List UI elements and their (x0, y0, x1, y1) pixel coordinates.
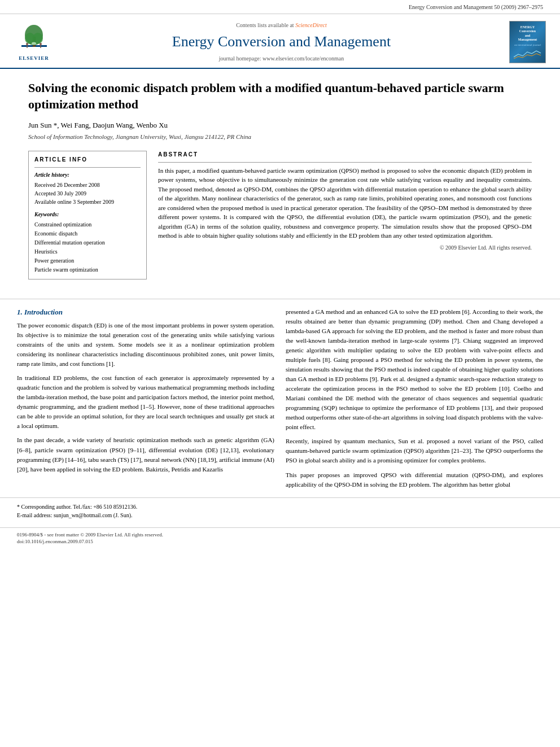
top-bar: Energy Conversion and Management 50 (200… (0, 0, 560, 14)
footnote-corresponding: * Corresponding author. Tel./fax: +86 51… (17, 503, 543, 511)
keyword-4: Heuristics (34, 247, 141, 256)
journal-cover-image: ENERGYConversionandManagement an interna… (506, 21, 549, 63)
article-affiliation: School of Information Technology, Jiangn… (28, 133, 532, 141)
body-left-col: 1. Introduction The power economic dispa… (17, 307, 274, 494)
intro-para-2: In traditional ED problems, the cost fun… (17, 373, 274, 431)
right-intro-para-3: This paper proposes an improved QPSO wit… (286, 470, 543, 490)
sciencedirect-link[interactable]: ScienceDirect (295, 22, 327, 28)
footnote-email: E-mail address: sunjun_wn@hotmail.com (J… (17, 511, 543, 519)
elsevier-logo: ELSEVIER (11, 23, 56, 62)
page: Energy Conversion and Management 50 (200… (0, 0, 560, 747)
abstract-col: ABSTRACT In this paper, a modified quant… (158, 151, 532, 279)
elsevier-brand-text: ELSEVIER (19, 55, 49, 62)
article-history-label: Article history: (34, 171, 141, 179)
elsevier-tree-icon (19, 23, 50, 54)
sciencedirect-line: Contents lists available at ScienceDirec… (56, 21, 506, 29)
body-section: 1. Introduction The power economic dispa… (0, 307, 560, 494)
keyword-3: Differential mutation operation (34, 238, 141, 247)
intro-section-title: 1. Introduction (17, 307, 274, 317)
journal-reference: Energy Conversion and Management 50 (200… (409, 4, 543, 10)
article-authors: Jun Sun *, Wei Fang, Daojun Wang, Wenbo … (28, 120, 532, 130)
cover-chart-icon (514, 49, 542, 59)
svg-point-5 (26, 43, 28, 45)
bottom-bar: 0196-8904/$ - see front matter © 2009 El… (0, 527, 560, 549)
cover-subtitle: an international journal (514, 43, 541, 47)
journal-title-block: Contents lists available at ScienceDirec… (56, 21, 506, 62)
right-intro-para-2: Recently, inspired by quantum mechanics,… (286, 436, 543, 465)
journal-main-title: Energy Conversion and Management (56, 32, 506, 52)
journal-header: ELSEVIER Contents lists available at Sci… (0, 14, 560, 69)
article-info-col: ARTICLE INFO Article history: Received 2… (28, 151, 147, 279)
svg-point-9 (32, 42, 36, 45)
intro-para-3: In the past decade, a wide variety of he… (17, 435, 274, 474)
article-received: Received 26 December 2008 (34, 181, 141, 189)
article-title: Solving the economic dispatch problem wi… (28, 80, 532, 112)
keywords-label: Keywords: (34, 211, 141, 219)
body-right-col: presented a GA method and an enhanced GA… (286, 307, 543, 494)
keyword-1: Constrained optimization (34, 220, 141, 229)
doi-line: doi:10.1016/j.enconman.2009.07.015 (17, 538, 543, 545)
article-section: Solving the economic dispatch problem wi… (0, 69, 560, 291)
article-available: Available online 3 September 2009 (34, 198, 141, 206)
keyword-6: Particle swarm optimization (34, 265, 141, 274)
issn-line: 0196-8904/$ - see front matter © 2009 El… (17, 531, 543, 539)
abstract-heading: ABSTRACT (158, 151, 532, 159)
abstract-text: In this paper, a modified quantum-behave… (158, 166, 532, 241)
article-info-box: ARTICLE INFO Article history: Received 2… (28, 151, 147, 279)
cover-title: ENERGYConversionandManagement (518, 25, 537, 42)
copyright-line: © 2009 Elsevier Ltd. All rights reserved… (158, 244, 532, 252)
footnote-area: * Corresponding author. Tel./fax: +86 51… (0, 497, 560, 522)
keyword-5: Power generation (34, 256, 141, 265)
right-intro-para-1: presented a GA method and an enhanced GA… (286, 307, 543, 433)
journal-homepage-line: journal homepage: www.elsevier.com/locat… (56, 55, 506, 63)
keyword-2: Economic dispatch (34, 229, 141, 238)
svg-point-7 (40, 43, 42, 45)
article-info-heading: ARTICLE INFO (34, 156, 141, 164)
journal-cover-box: ENERGYConversionandManagement an interna… (509, 21, 546, 63)
intro-para-1: The power economic dispatch (ED) is one … (17, 321, 274, 369)
article-accepted: Accepted 30 July 2009 (34, 189, 141, 198)
article-info-abstract-row: ARTICLE INFO Article history: Received 2… (28, 151, 532, 279)
